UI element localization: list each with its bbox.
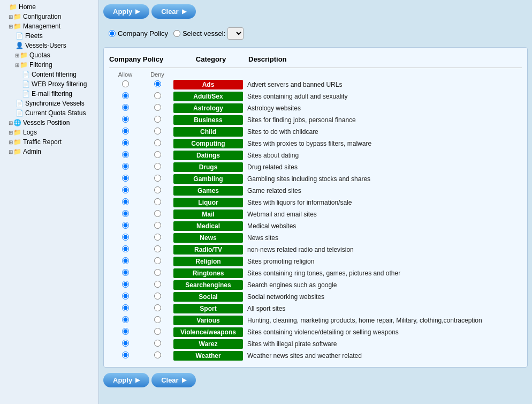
expand-icon-configuration[interactable]: ⊞ [9, 14, 13, 20]
allow-radio-13[interactable] [122, 234, 129, 241]
deny-radio-11[interactable] [154, 210, 161, 217]
allow-radio-cell-9 [109, 186, 141, 195]
table-row: MedicalMedical websites [109, 220, 522, 232]
sidebar-item-current-quota-status[interactable]: 📄Current Quota Status [0, 108, 98, 118]
allow-radio-18[interactable] [122, 293, 129, 300]
allow-radio-12[interactable] [122, 222, 129, 229]
deny-radio-0[interactable] [154, 80, 161, 87]
deny-radio-19[interactable] [154, 304, 161, 311]
category-badge-17: Searchengines [173, 280, 243, 290]
sidebar-item-web-proxy-filtering[interactable]: 📄WEB Proxy filtering [0, 79, 98, 89]
allow-radio-2[interactable] [122, 104, 129, 111]
deny-radio-6[interactable] [154, 151, 161, 158]
clear-arrow-bottom: ▶ [182, 377, 186, 384]
clear-button-top[interactable]: Clear ▶ [151, 4, 196, 19]
deny-radio-23[interactable] [154, 351, 161, 358]
allow-radio-9[interactable] [122, 186, 129, 193]
deny-radio-13[interactable] [154, 234, 161, 241]
category-badge-19: Sport [173, 304, 243, 313]
sidebar-item-home[interactable]: 📁Home [0, 2, 98, 12]
allow-radio-5[interactable] [122, 139, 129, 146]
sidebar-item-email-filtering[interactable]: 📄E-mail filtering [0, 89, 98, 99]
allow-radio-15[interactable] [122, 257, 129, 264]
expand-icon-vessels-position[interactable]: ⊞ [9, 120, 13, 126]
sidebar-item-quotas[interactable]: ⊞📁Quotas [0, 50, 98, 60]
expand-icon-traffic-report[interactable]: ⊞ [9, 139, 13, 145]
allow-radio-23[interactable] [122, 351, 129, 358]
sidebar-item-management[interactable]: ⊞📁Management [0, 21, 98, 31]
deny-radio-14[interactable] [154, 245, 161, 252]
row-description-15: Sites promoting religion [247, 258, 522, 265]
deny-radio-cell-10 [141, 198, 173, 207]
deny-radio-16[interactable] [154, 269, 161, 276]
expand-icon-logs[interactable]: ⊞ [9, 130, 13, 136]
allow-radio-11[interactable] [122, 210, 129, 217]
allow-radio-3[interactable] [122, 116, 129, 123]
allow-radio-20[interactable] [122, 316, 129, 323]
sidebar-item-filtering[interactable]: ⊞📁Filtering [0, 60, 98, 70]
company-policy-radio[interactable] [109, 30, 116, 37]
expand-icon-admin[interactable]: ⊞ [9, 149, 13, 155]
allow-radio-22[interactable] [122, 340, 129, 347]
allow-radio-21[interactable] [122, 328, 129, 335]
select-vessel-option[interactable]: Select vessel: [173, 27, 244, 40]
deny-radio-1[interactable] [154, 92, 161, 99]
allow-radio-cell-21 [109, 328, 141, 336]
top-toolbar: Apply ▶ Clear ▶ [103, 4, 528, 19]
sidebar-item-configuration[interactable]: ⊞📁Configuration [0, 12, 98, 21]
allow-radio-14[interactable] [122, 245, 129, 252]
sidebar-item-vessels-users[interactable]: 👤Vessels-Users [0, 41, 98, 50]
deny-radio-17[interactable] [154, 281, 161, 288]
select-vessel-radio[interactable] [173, 30, 180, 37]
sidebar-item-vessels-position[interactable]: ⊞🌐Vessels Position [0, 118, 98, 128]
allow-radio-7[interactable] [122, 163, 129, 170]
sidebar-label-synchronize-vessels: Synchronize Vessels [25, 100, 85, 107]
allow-radio-1[interactable] [122, 92, 129, 99]
sidebar-item-traffic-report[interactable]: ⊞📁Traffic Report [0, 137, 98, 147]
deny-radio-8[interactable] [154, 175, 161, 182]
allow-radio-16[interactable] [122, 269, 129, 276]
sidebar-item-content-filtering[interactable]: 📄Content filtering [0, 70, 98, 79]
deny-radio-10[interactable] [154, 198, 161, 205]
deny-radio-9[interactable] [154, 186, 161, 193]
table-row: SearchenginesSearch engines such as goog… [109, 279, 522, 291]
folder-icon-quotas: 📁 [20, 51, 28, 59]
sidebar-item-admin[interactable]: ⊞📁Admin [0, 147, 98, 156]
expand-icon-quotas[interactable]: ⊞ [15, 53, 19, 58]
sidebar-item-logs[interactable]: ⊞📁Logs [0, 128, 98, 137]
expand-icon-filtering[interactable]: ⊞ [15, 62, 19, 68]
header-category: Category [173, 55, 248, 63]
deny-radio-20[interactable] [154, 316, 161, 323]
deny-radio-18[interactable] [154, 293, 161, 300]
folder-icon-home: 📁 [9, 3, 17, 11]
deny-radio-cell-19 [141, 304, 173, 313]
deny-radio-21[interactable] [154, 328, 161, 335]
row-description-4: Sites to do with childcare [247, 128, 522, 136]
deny-radio-5[interactable] [154, 139, 161, 146]
allow-radio-0[interactable] [122, 80, 129, 87]
deny-radio-22[interactable] [154, 340, 161, 347]
allow-radio-19[interactable] [122, 304, 129, 311]
deny-radio-7[interactable] [154, 163, 161, 170]
deny-radio-4[interactable] [154, 128, 161, 134]
apply-button-bottom[interactable]: Apply ▶ [103, 373, 149, 387]
doc-icon-email-filtering: 📄 [22, 90, 30, 98]
company-policy-option[interactable]: Company Policy [109, 29, 168, 38]
allow-radio-17[interactable] [122, 281, 129, 288]
expand-icon-management[interactable]: ⊞ [9, 24, 13, 29]
sidebar-item-synchronize-vessels[interactable]: 📄Synchronize Vessels [0, 99, 98, 108]
vessel-dropdown[interactable] [227, 27, 244, 40]
allow-radio-10[interactable] [122, 198, 129, 205]
deny-radio-3[interactable] [154, 116, 161, 123]
allow-radio-6[interactable] [122, 151, 129, 158]
deny-radio-15[interactable] [154, 257, 161, 264]
allow-radio-4[interactable] [122, 128, 129, 134]
sidebar-item-fleets[interactable]: 📄Fleets [0, 31, 98, 41]
allow-radio-8[interactable] [122, 175, 129, 182]
clear-button-bottom[interactable]: Clear ▶ [151, 373, 196, 387]
deny-radio-12[interactable] [154, 222, 161, 229]
folder-icon-traffic-report: 📁 [13, 138, 21, 146]
allow-radio-cell-5 [109, 139, 141, 148]
apply-button-top[interactable]: Apply ▶ [103, 4, 149, 19]
deny-radio-2[interactable] [154, 104, 161, 111]
